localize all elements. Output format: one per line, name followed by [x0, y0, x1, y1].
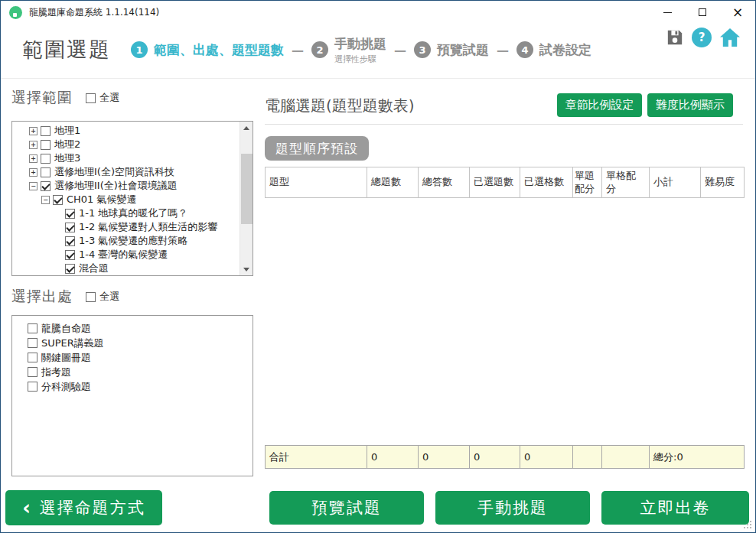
tree-expander-icon[interactable] — [54, 265, 62, 273]
source-checkbox[interactable] — [28, 338, 37, 348]
source-item-label: SUPER講義題 — [41, 336, 104, 350]
tree-row[interactable]: 混合題 — [12, 262, 240, 275]
tree-checkbox[interactable] — [41, 181, 51, 191]
manual-pick-button[interactable]: 手動挑題 — [435, 491, 590, 525]
tree-row[interactable]: + 選修地理I(全)空間資訊科技 — [12, 165, 240, 179]
tree-expander-icon[interactable] — [54, 223, 62, 232]
tree-checkbox[interactable] — [65, 209, 75, 219]
computer-select-title: 電腦選題(題型題數表) — [265, 96, 415, 116]
tree-row[interactable]: − CH01 氣候變遷 — [12, 193, 240, 206]
tree-checkbox[interactable] — [41, 140, 51, 150]
tree-row[interactable]: + 地理3 — [12, 151, 240, 165]
range-select-all-checkbox[interactable] — [86, 93, 96, 103]
back-to-method-button[interactable]: ‹ 選擇命題方式 — [5, 490, 162, 525]
source-item-label: 指考題 — [41, 366, 71, 379]
generate-paper-button[interactable]: 立即出卷 — [601, 491, 749, 525]
source-row[interactable]: 龍騰自命題 — [12, 321, 253, 336]
wizard-steps: 1 範圍、出處、題型題數 — 2 手動挑題 選擇性步驟 — 3 預覽試題 — 4… — [131, 33, 591, 67]
tree-checkbox[interactable] — [65, 236, 75, 246]
tree-item-label: CH01 氣候變遷 — [67, 193, 137, 206]
total-row: 合計 0 0 0 0 總分:0 — [265, 445, 745, 469]
step-1-label: 範圍、出處、題型題數 — [154, 41, 284, 59]
tree-row[interactable]: 1-2 氣候變遷對人類生活的影響 — [12, 220, 240, 234]
tree-scrollbar[interactable] — [240, 122, 253, 275]
minimize-button[interactable] — [650, 1, 685, 24]
scroll-down-button[interactable] — [240, 263, 253, 275]
scrollbar-thumb[interactable] — [241, 154, 253, 224]
tree-row[interactable]: 1-3 氣候變遷的應對策略 — [12, 234, 240, 248]
tree-expander-icon[interactable]: + — [29, 168, 37, 177]
source-checkbox[interactable] — [28, 323, 37, 333]
source-checkbox[interactable] — [28, 382, 37, 392]
total-cell: 0 — [470, 446, 520, 468]
scroll-up-button[interactable] — [240, 122, 253, 134]
total-cell: 0 — [367, 446, 419, 468]
step-separator: — — [292, 43, 304, 57]
step-2-label: 手動挑題 — [334, 35, 386, 53]
step-separator: — — [497, 43, 509, 57]
tree-expander-icon[interactable] — [54, 210, 62, 218]
difficulty-ratio-button[interactable]: 難度比例顯示 — [647, 93, 733, 117]
total-cell: 0 — [520, 446, 573, 468]
tree-expander-icon[interactable] — [54, 251, 62, 259]
preview-questions-button[interactable]: 預覽試題 — [269, 491, 424, 525]
tree-row[interactable]: − 選修地理II(全)社會環境議題 — [12, 179, 240, 193]
tree-checkbox[interactable] — [41, 167, 51, 177]
column-header: 題型 — [266, 167, 367, 197]
close-button[interactable]: × — [720, 1, 755, 24]
tree-expander-icon[interactable]: + — [29, 127, 37, 135]
source-row[interactable]: 分科測驗題 — [12, 379, 253, 394]
chapter-ratio-button[interactable]: 章節比例設定 — [557, 93, 642, 117]
source-checkbox[interactable] — [28, 353, 37, 362]
tree-row[interactable]: 1-1 地球真的暖化了嗎？ — [12, 206, 240, 220]
save-icon — [666, 29, 683, 46]
tree-item-label: 地理1 — [54, 124, 80, 138]
tree-expander-icon[interactable] — [54, 237, 62, 245]
tree-checkbox[interactable] — [53, 195, 63, 205]
type-order-button[interactable]: 題型順序預設 — [265, 136, 369, 161]
source-select-all-checkbox[interactable] — [86, 292, 96, 302]
tree-checkbox[interactable] — [65, 223, 75, 232]
window-title: 龍騰題庫命題系統 1.1.14(114) — [29, 6, 159, 19]
title-bar: 龍騰題庫命題系統 1.1.14(114) × — [1, 1, 755, 24]
tree-item-label: 混合題 — [79, 262, 109, 275]
tree-item-label: 1-4 臺灣的氣候變遷 — [79, 248, 168, 262]
range-select-all-label: 全選 — [99, 91, 119, 105]
app-window: 龍騰題庫命題系統 1.1.14(114) × 範圍選題 1 範圍、出處、題型題數… — [0, 0, 756, 533]
maximize-button[interactable] — [685, 1, 720, 24]
question-table-header: 題型 總題數 總答數 已選題數 已選格數 單題配分 單格配分 小計 難易度 — [265, 167, 745, 198]
source-row[interactable]: SUPER講義題 — [12, 336, 253, 350]
tree-expander-icon[interactable]: + — [29, 141, 37, 149]
tree-row[interactable]: 1-4 臺灣的氣候變遷 — [12, 248, 240, 262]
tree-expander-icon[interactable]: + — [29, 154, 37, 163]
source-select-all-label: 全選 — [99, 290, 119, 304]
source-row[interactable]: 指考題 — [12, 365, 253, 379]
tree-item-label: 1-2 氣候變遷對人類生活的影響 — [79, 220, 217, 234]
tree-item-label: 選修地理II(全)社會環境議題 — [54, 179, 178, 193]
source-row[interactable]: 關鍵圖冊題 — [12, 350, 253, 365]
tree-checkbox[interactable] — [65, 250, 75, 260]
tree-checkbox[interactable] — [65, 264, 75, 274]
resize-grip[interactable] — [744, 521, 751, 528]
tree-checkbox[interactable] — [41, 126, 51, 136]
save-button[interactable] — [666, 29, 683, 46]
tree-expander-icon[interactable]: − — [29, 182, 37, 190]
range-section-title: 選擇範圍 — [11, 88, 73, 108]
step-3-label: 預覽試題 — [437, 41, 489, 59]
total-cell: 0 — [419, 446, 470, 468]
step-3-badge: 3 — [414, 41, 431, 58]
app-logo-icon — [9, 6, 22, 19]
column-header: 單格配分 — [602, 167, 650, 197]
tree-row[interactable]: + 地理1 — [12, 124, 240, 138]
tree-item-label: 選修地理I(全)空間資訊科技 — [54, 165, 174, 179]
step-4-label: 試卷設定 — [539, 41, 591, 59]
tree-expander-icon[interactable]: − — [41, 196, 50, 204]
help-button[interactable]: ? — [692, 28, 712, 47]
tree-checkbox[interactable] — [41, 154, 51, 164]
home-button[interactable] — [720, 28, 740, 47]
main-divider — [265, 124, 743, 125]
tree-item-label: 地理2 — [54, 138, 80, 151]
tree-row[interactable]: + 地理2 — [12, 138, 240, 151]
source-checkbox[interactable] — [28, 367, 37, 377]
back-button-label: 選擇命題方式 — [40, 497, 145, 518]
